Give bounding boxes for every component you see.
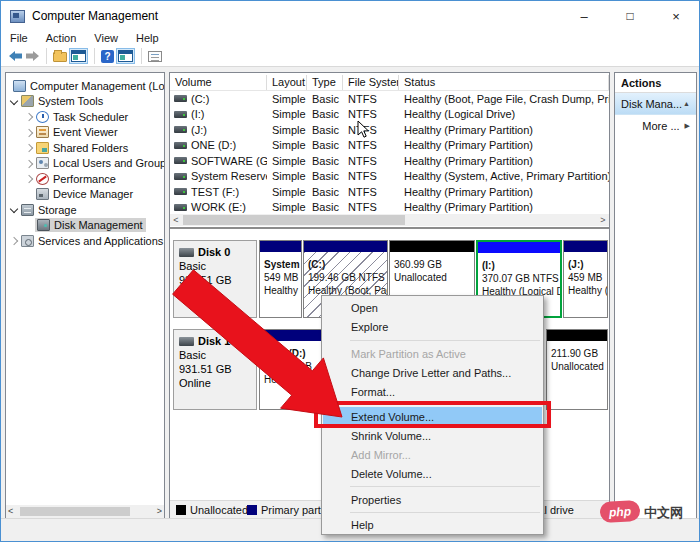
- show-hide-console-tree-icon[interactable]: [69, 48, 88, 64]
- disk-icon: [179, 337, 194, 346]
- chevron-right-icon[interactable]: [9, 235, 20, 246]
- menu-item-format[interactable]: Format...: [323, 382, 542, 401]
- php-watermark-badge: php: [599, 500, 640, 523]
- forward-icon[interactable]: [25, 50, 40, 62]
- table-row[interactable]: ONE (D:)SimpleBasicNTFSHealthy (Primary …: [170, 138, 609, 154]
- menu-item-delete-volume[interactable]: Delete Volume...: [323, 464, 542, 483]
- minimize-button[interactable]: –: [561, 1, 607, 31]
- volume-table-horizontal-scrollbar[interactable]: < >: [170, 214, 609, 226]
- chevron-right-icon[interactable]: [24, 111, 35, 122]
- local-users-groups-icon: [36, 157, 49, 169]
- table-row[interactable]: (I:)SimpleBasicNTFSHealthy (Logical Driv…: [170, 107, 609, 123]
- scroll-left-icon[interactable]: <: [170, 214, 182, 226]
- scroll-right-icon[interactable]: >: [597, 214, 609, 226]
- column-header-layout[interactable]: Layout: [267, 75, 307, 90]
- table-row[interactable]: SOFTWARE (G:)SimpleBasicNTFSHealthy (Pri…: [170, 153, 609, 169]
- chevron-down-icon[interactable]: [9, 204, 20, 215]
- tree-item-shared-folders[interactable]: Shared Folders: [6, 140, 164, 156]
- menu-item-explore[interactable]: Explore: [323, 317, 542, 336]
- maximize-button[interactable]: □: [607, 1, 653, 31]
- titlebar: Computer Management – □ ×: [1, 1, 699, 31]
- tree-item-performance[interactable]: Performance: [6, 171, 164, 187]
- show-hide-action-pane-icon[interactable]: [116, 48, 135, 64]
- primary-partition-legend-swatch: [247, 505, 257, 515]
- menu-separator: [350, 486, 540, 487]
- chevron-right-icon[interactable]: [24, 158, 35, 169]
- scrollbar-thumb[interactable]: [183, 215, 405, 225]
- disk-1-label[interactable]: Disk 1 Basic 931.51 GB Online: [173, 329, 257, 410]
- window-controls: – □ ×: [561, 1, 699, 31]
- scrollbar-thumb[interactable]: [20, 507, 130, 516]
- menu-view[interactable]: View: [86, 32, 128, 45]
- tree-item-label: Task Scheduler: [53, 111, 128, 123]
- disk-kind: Basic: [179, 348, 256, 362]
- table-row[interactable]: System ReservedSimpleBasicNTFSHealthy (S…: [170, 169, 609, 185]
- partition-j[interactable]: (J:)459 MBHealthy (Primary Partition): [563, 240, 608, 318]
- tree-item-device-manager[interactable]: Device Manager: [6, 187, 164, 203]
- collapse-up-icon[interactable]: ▲: [683, 100, 690, 107]
- actions-more-item[interactable]: More ... ▶: [615, 115, 696, 137]
- logical-drive-bar: [478, 242, 560, 253]
- scroll-left-icon[interactable]: <: [8, 506, 13, 516]
- back-icon[interactable]: [8, 50, 23, 62]
- partition-system-reserved[interactable]: System Reserved549 MBHealthy (System, Ac…: [259, 240, 302, 318]
- tree-item-system-tools[interactable]: System Tools: [6, 94, 164, 110]
- menubar: File Action View Help: [1, 31, 699, 46]
- menu-separator: [350, 340, 540, 341]
- menu-item-open[interactable]: Open: [323, 298, 542, 317]
- help-icon[interactable]: ?: [101, 50, 114, 63]
- menu-item-change-drive-letter[interactable]: Change Drive Letter and Paths...: [323, 363, 542, 382]
- column-header-status[interactable]: Status: [399, 75, 609, 90]
- tree-item-label: Performance: [53, 173, 116, 185]
- panel-divider[interactable]: [170, 227, 609, 229]
- table-row[interactable]: (C:)SimpleBasicNTFSHealthy (Boot, Page F…: [170, 91, 609, 107]
- scroll-right-icon[interactable]: >: [157, 506, 162, 516]
- menu-item-properties[interactable]: Properties: [323, 490, 542, 509]
- disk-0-label[interactable]: Disk 0 Basic 931.51 GB Online: [173, 240, 257, 318]
- tree-item-services-applications[interactable]: Services and Applications: [6, 233, 164, 249]
- tree-item-computer-management[interactable]: Computer Management (Local: [6, 78, 164, 94]
- computer-icon: [13, 80, 26, 92]
- menu-file[interactable]: File: [2, 32, 38, 45]
- disk-state: Online: [179, 376, 256, 390]
- services-applications-icon: [21, 235, 34, 247]
- unallocated-bar: [390, 241, 474, 252]
- disk-state: Online: [179, 287, 256, 301]
- event-viewer-icon: [36, 126, 49, 138]
- tree-item-local-users-groups[interactable]: Local Users and Groups: [6, 156, 164, 172]
- tree-item-task-scheduler[interactable]: Task Scheduler: [6, 109, 164, 125]
- tree-item-disk-management[interactable]: Disk Management: [6, 218, 164, 234]
- tree-item-label: Services and Applications: [38, 235, 163, 247]
- menu-action[interactable]: Action: [38, 32, 87, 45]
- chevron-spacer: [24, 189, 35, 200]
- actions-item-label: Disk Mana...: [621, 98, 682, 110]
- tree-horizontal-scrollbar[interactable]: < >: [6, 505, 164, 518]
- actions-disk-management-item[interactable]: Disk Mana... ▲: [615, 93, 696, 115]
- column-header-volume[interactable]: Volume: [170, 75, 267, 90]
- expand-right-icon[interactable]: ▶: [685, 122, 690, 130]
- show-console-tree-icon[interactable]: [53, 50, 67, 62]
- chevron-down-icon[interactable]: [9, 96, 20, 107]
- console-tree-panel: Computer Management (Local System Tools …: [5, 72, 165, 519]
- menu-item-help[interactable]: Help: [323, 515, 542, 534]
- properties-icon[interactable]: [148, 51, 162, 62]
- close-button[interactable]: ×: [653, 1, 699, 31]
- partition-unallocated-disk1[interactable]: 211.90 GBUnallocated: [546, 329, 608, 410]
- table-row[interactable]: TEST (F:)SimpleBasicNTFSHealthy (Primary…: [170, 184, 609, 200]
- table-row[interactable]: (J:)SimpleBasicNTFSHealthy (Primary Part…: [170, 122, 609, 138]
- menu-item-extend-volume[interactable]: Extend Volume...: [323, 407, 542, 426]
- menu-help[interactable]: Help: [128, 32, 169, 45]
- column-header-type[interactable]: Type: [307, 75, 343, 90]
- chevron-right-icon[interactable]: [24, 142, 35, 153]
- chevron-right-icon[interactable]: [24, 173, 35, 184]
- chevron-right-icon[interactable]: [24, 127, 35, 138]
- system-tools-icon: [21, 95, 34, 107]
- table-row[interactable]: WORK (E:)SimpleBasicNTFSHealthy (Primary…: [170, 200, 609, 216]
- tree-item-event-viewer[interactable]: Event Viewer: [6, 125, 164, 141]
- volume-icon: [174, 142, 187, 149]
- tree-item-storage[interactable]: Storage: [6, 202, 164, 218]
- window-title: Computer Management: [32, 9, 158, 23]
- column-header-file-system[interactable]: File System: [343, 75, 399, 90]
- selected-tree-item-highlight: Disk Management: [35, 218, 146, 232]
- menu-item-shrink-volume[interactable]: Shrink Volume...: [323, 426, 542, 445]
